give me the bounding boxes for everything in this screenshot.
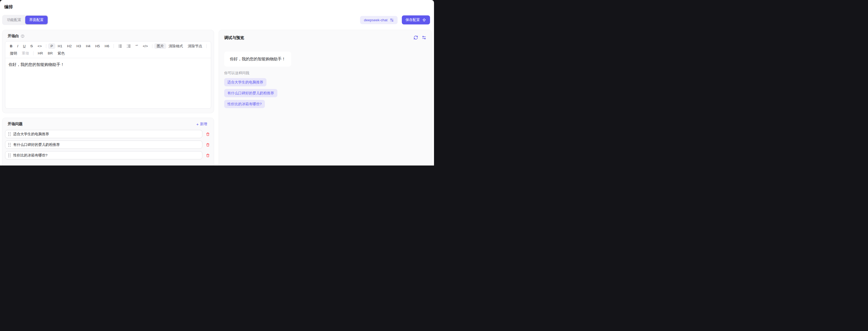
h1-button[interactable]: H1 <box>55 43 65 49</box>
add-question-button[interactable]: + 新增 <box>196 122 207 127</box>
question-input-box <box>5 151 203 159</box>
toolbar-row-2: 撤销 重做 HR BR 紫色 <box>7 50 209 57</box>
svg-text:1: 1 <box>127 44 128 46</box>
arrow-up-icon <box>422 18 426 22</box>
rich-text-editor: B I U S <> P H1 H2 H3 H4 H5 H6 <box>5 41 211 109</box>
clear-node-button[interactable]: 清除节点 <box>185 43 205 49</box>
model-select-label: deepseek-chat <box>364 18 388 22</box>
question-input-box <box>5 140 203 149</box>
config-tabs: 功能配置 界面配置 <box>2 15 49 25</box>
opening-questions-header: 开场问题 + 新增 <box>5 121 211 127</box>
inline-code-button[interactable]: <> <box>35 43 44 49</box>
plus-icon: + <box>196 122 199 126</box>
welcome-message-bubble: 你好，我的您的智能购物助手！ <box>224 52 291 67</box>
bullet-list-icon <box>118 44 122 48</box>
help-icon[interactable] <box>21 34 25 38</box>
right-column: 调试与预览 <box>219 30 432 166</box>
delete-question-button[interactable] <box>206 132 210 136</box>
tab-function-config[interactable]: 功能配置 <box>3 16 25 24</box>
question-input[interactable] <box>13 143 199 146</box>
suggested-question-chip[interactable]: 有什么口碑好的婴儿奶粉推荐 <box>224 89 277 97</box>
svg-text:2: 2 <box>127 46 128 48</box>
trash-icon <box>206 143 210 147</box>
h4-button[interactable]: H4 <box>84 43 93 49</box>
debug-preview-title: 调试与预览 <box>224 35 244 40</box>
settings-sliders-icon <box>390 18 394 22</box>
clear-format-button[interactable]: 清除格式 <box>166 43 185 49</box>
paragraph-button[interactable]: P <box>48 43 55 49</box>
trash-icon <box>206 153 210 158</box>
debug-preview-panel: 调试与预览 <box>219 30 432 166</box>
question-input[interactable] <box>13 132 199 136</box>
page-title: 编排 <box>4 4 434 10</box>
purple-color-button[interactable]: 紫色 <box>55 51 67 56</box>
bullet-list-button[interactable] <box>116 43 124 49</box>
ordered-list-button[interactable]: 1 2 <box>124 43 133 49</box>
settings-sliders-icon <box>422 35 426 40</box>
h2-button[interactable]: H2 <box>65 43 74 49</box>
bold-button[interactable]: B <box>7 43 15 49</box>
opening-statement-header: 开场白 <box>5 33 211 38</box>
suggested-question-chip[interactable]: 适合大学生的电脑推荐 <box>224 78 267 86</box>
code-block-button[interactable]: </> <box>141 43 151 49</box>
drag-handle-icon[interactable] <box>8 143 11 146</box>
toolbar-divider <box>114 44 114 48</box>
left-column: 开场白 B I U <box>2 30 214 166</box>
suggested-question-chip[interactable]: 性价比的冰箱有哪些? <box>224 100 265 108</box>
editor-toolbar: B I U S <> P H1 H2 H3 H4 H5 H6 <box>5 41 211 58</box>
question-input-box <box>5 130 203 138</box>
debug-preview-header: 调试与预览 <box>224 35 426 40</box>
suggested-question-chips: 适合大学生的电脑推荐 有什么口碑好的婴儿奶粉推荐 性价比的冰箱有哪些? <box>224 78 426 108</box>
opening-statement-text[interactable]: 你好，我的您的智能购物助手！ <box>5 58 211 71</box>
header-row: 功能配置 界面配置 deepseek-chat 保存配置 <box>2 15 430 25</box>
save-config-button[interactable]: 保存配置 <box>402 15 430 25</box>
h3-button[interactable]: H3 <box>74 43 84 49</box>
main-content: 开场白 B I U <box>2 30 432 166</box>
underline-button[interactable]: U <box>21 43 28 49</box>
ask-hint-label: 你可以这样问我 <box>224 71 426 75</box>
strikethrough-button[interactable]: S <box>28 43 35 49</box>
drag-handle-icon[interactable] <box>8 154 11 157</box>
header-actions: deepseek-chat 保存配置 <box>360 15 430 25</box>
question-row <box>5 130 211 138</box>
quote-button[interactable]: “” <box>133 43 141 49</box>
opening-questions-title: 开场问题 <box>8 122 23 127</box>
opening-questions-panel: 开场问题 + 新增 <box>2 118 214 166</box>
trash-icon <box>206 132 210 136</box>
tab-interface-config[interactable]: 界面配置 <box>25 16 48 24</box>
refresh-icon <box>413 35 418 40</box>
hr-button[interactable]: HR <box>35 51 45 56</box>
italic-button[interactable]: I <box>15 43 21 49</box>
h6-button[interactable]: H6 <box>102 43 112 49</box>
question-row <box>5 151 211 159</box>
undo-button[interactable]: 撤销 <box>7 51 20 56</box>
add-question-label: 新增 <box>200 122 207 127</box>
drag-handle-icon[interactable] <box>8 132 11 136</box>
h5-button[interactable]: H5 <box>93 43 102 49</box>
refresh-button[interactable] <box>413 35 418 40</box>
app-window: 编排 功能配置 界面配置 deepseek-chat 保存配置 <box>0 0 434 166</box>
image-button[interactable]: 图片 <box>154 43 166 49</box>
delete-question-button[interactable] <box>206 153 210 158</box>
redo-button[interactable]: 重做 <box>20 51 31 56</box>
opening-statement-panel: 开场白 B I U <box>2 30 214 113</box>
model-select-button[interactable]: deepseek-chat <box>360 16 398 24</box>
preview-settings-button[interactable] <box>422 35 426 40</box>
ordered-list-icon: 1 2 <box>127 44 131 48</box>
question-rows <box>5 130 211 159</box>
question-input[interactable] <box>13 153 199 157</box>
toolbar-divider <box>206 44 207 48</box>
br-button[interactable]: BR <box>45 51 55 56</box>
preview-header-icons <box>413 35 426 40</box>
save-config-label: 保存配置 <box>406 18 420 22</box>
opening-statement-title: 开场白 <box>8 34 19 38</box>
toolbar-row-1: B I U S <> P H1 H2 H3 H4 H5 H6 <box>7 42 209 50</box>
delete-question-button[interactable] <box>206 143 210 147</box>
toolbar-divider <box>152 44 152 48</box>
question-row <box>5 140 211 149</box>
